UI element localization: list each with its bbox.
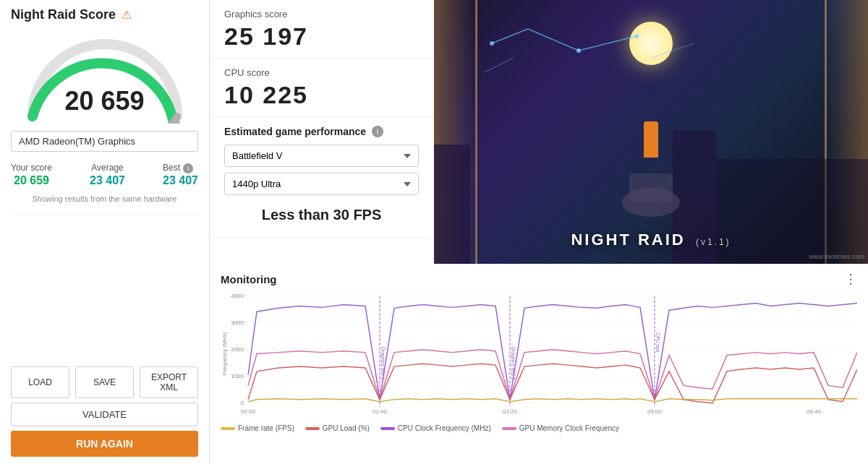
game-perf-header: Estimated game performance i <box>224 126 419 137</box>
best-info-icon[interactable]: i <box>183 163 193 173</box>
gauge-score: 20 659 <box>64 86 144 116</box>
game-select[interactable]: Battlefield V Call of Duty Cyberpunk 207… <box>224 145 419 167</box>
game-perf-card: Estimated game performance i Battlefield… <box>210 117 433 239</box>
night-raid-version: (v1.1) <box>696 237 731 247</box>
game-perf-title: Estimated game performance <box>224 126 366 137</box>
game-perf-info-icon[interactable]: i <box>372 126 383 137</box>
chart-area: 4000 3000 2000 1000 0 Frequency (MHz) 00… <box>221 291 857 421</box>
legend-cpu-clock-color <box>380 427 395 430</box>
legend-gpu-mem-label: GPU Memory Clock Frequency <box>519 424 619 432</box>
scores-row: Your score 20 659 Average 23 407 Best i … <box>11 163 198 187</box>
legend-fps-label: Frame rate (FPS) <box>238 424 294 432</box>
save-button[interactable]: SAVE <box>75 366 134 398</box>
gpu-name-box: AMD Radeon(TM) Graphics <box>11 131 198 152</box>
main-layout: Night Raid Score ⚠ 20 659 AMD Radeon(TM)… <box>0 0 868 464</box>
svg-text:0: 0 <box>241 400 244 406</box>
best-label: Best <box>163 163 180 173</box>
svg-text:3000: 3000 <box>231 319 244 326</box>
svg-point-7 <box>576 48 581 53</box>
cpu-score-card: CPU score 10 225 <box>210 59 433 117</box>
best-value: 23 407 <box>163 174 198 187</box>
your-score-item: Your score 20 659 <box>11 163 52 187</box>
chart-legend: Frame rate (FPS) GPU Load (%) CPU Clock … <box>221 424 857 432</box>
arch-left <box>434 0 477 264</box>
legend-gpu-mem-color <box>502 427 516 430</box>
warning-icon: ⚠ <box>122 8 132 22</box>
svg-line-4 <box>485 58 514 72</box>
average-label: Average <box>90 163 125 173</box>
arch-right <box>825 0 868 264</box>
svg-line-1 <box>492 29 528 43</box>
night-raid-bg: NIGHT RAID (v1.1) www.ioiotimes.com <box>434 0 868 264</box>
monitoring-section: Monitoring ⋮ 4000 3000 2000 1000 0 Frequ… <box>210 264 868 464</box>
left-panel: Night Raid Score ⚠ 20 659 AMD Radeon(TM)… <box>0 0 210 464</box>
fps-result: Less than 30 FPS <box>224 201 419 229</box>
your-score-value: 20 659 <box>11 174 52 187</box>
validate-button[interactable]: VALIDATE <box>11 403 198 426</box>
svg-point-6 <box>490 41 494 46</box>
svg-text:06:40: 06:40 <box>807 408 822 415</box>
svg-line-2 <box>528 29 579 51</box>
monitoring-header: Monitoring ⋮ <box>221 271 857 287</box>
legend-fps-color <box>221 427 235 430</box>
svg-text:00:00: 00:00 <box>241 408 256 415</box>
night-raid-header: Night Raid Score ⚠ <box>11 7 198 22</box>
watermark: www.ioiotimes.com <box>809 253 864 260</box>
svg-line-3 <box>579 36 637 51</box>
legend-fps: Frame rate (FPS) <box>221 424 294 432</box>
load-button[interactable]: LOAD <box>11 366 69 398</box>
page-title: Night Raid Score <box>11 7 116 22</box>
graphics-score-label: Graphics score <box>224 9 419 20</box>
svg-rect-13 <box>629 173 673 202</box>
average-value: 23 407 <box>90 174 125 187</box>
legend-cpu-clock-label: CPU Clock Frequency (MHz) <box>398 424 491 432</box>
svg-text:05:00: 05:00 <box>647 408 663 415</box>
best-score-item: Best i 23 407 <box>163 163 198 187</box>
showing-results-text: Showing results from the same hardware <box>11 194 198 203</box>
cpu-score-value: 10 225 <box>224 81 419 109</box>
svg-text:01:40: 01:40 <box>373 408 388 415</box>
svg-text:Frequency (MHz): Frequency (MHz) <box>221 332 228 375</box>
graphics-score-card: Graphics score 25 197 <box>210 0 433 59</box>
more-options-icon[interactable]: ⋮ <box>844 271 857 287</box>
svg-text:Graphics test 1: Graphics test 1 <box>380 347 386 380</box>
svg-text:4000: 4000 <box>231 293 244 299</box>
divider <box>11 214 198 215</box>
gauge-container: 20 659 <box>18 30 192 124</box>
quality-select[interactable]: 1440p Ultra 1080p Ultra 1080p High <box>224 173 419 195</box>
svg-text:03:20: 03:20 <box>503 408 518 415</box>
legend-gpu-load-color <box>305 427 320 430</box>
moon-decoration <box>629 22 673 65</box>
svg-text:1000: 1000 <box>231 373 244 379</box>
average-score-item: Average 23 407 <box>90 163 125 187</box>
cpu-score-label: CPU score <box>224 67 419 78</box>
your-score-label: Your score <box>11 163 52 173</box>
legend-gpu-mem: GPU Memory Clock Frequency <box>502 424 619 432</box>
top-row: Graphics score 25 197 CPU score 10 225 E… <box>210 0 868 264</box>
legend-cpu-clock: CPU Clock Frequency (MHz) <box>380 424 491 432</box>
night-raid-title-label: NIGHT RAID (v1.1) <box>571 231 731 249</box>
legend-gpu-load-label: GPU Load (%) <box>323 424 370 432</box>
export-xml-button[interactable]: EXPORT XML <box>140 366 198 398</box>
svg-text:CPU test: CPU test <box>655 332 660 352</box>
graphics-score-value: 25 197 <box>224 22 419 51</box>
night-raid-image: NIGHT RAID (v1.1) www.ioiotimes.com <box>434 0 868 264</box>
figure-decoration <box>644 121 658 158</box>
run-again-button[interactable]: RUN AGAIN <box>11 431 198 457</box>
center-right-wrapper: Graphics score 25 197 CPU score 10 225 E… <box>210 0 868 464</box>
night-raid-panel: NIGHT RAID (v1.1) www.ioiotimes.com <box>434 0 868 264</box>
legend-gpu-load: GPU Load (%) <box>305 424 370 432</box>
scores-section: Graphics score 25 197 CPU score 10 225 E… <box>210 0 434 264</box>
action-buttons-row: LOAD SAVE EXPORT XML <box>11 359 198 398</box>
monitoring-title: Monitoring <box>221 273 276 285</box>
svg-text:Graphics test 2: Graphics test 2 <box>510 347 516 380</box>
svg-point-12 <box>622 188 680 217</box>
monitoring-chart: 4000 3000 2000 1000 0 Frequency (MHz) 00… <box>221 291 857 421</box>
svg-text:2000: 2000 <box>231 346 244 353</box>
